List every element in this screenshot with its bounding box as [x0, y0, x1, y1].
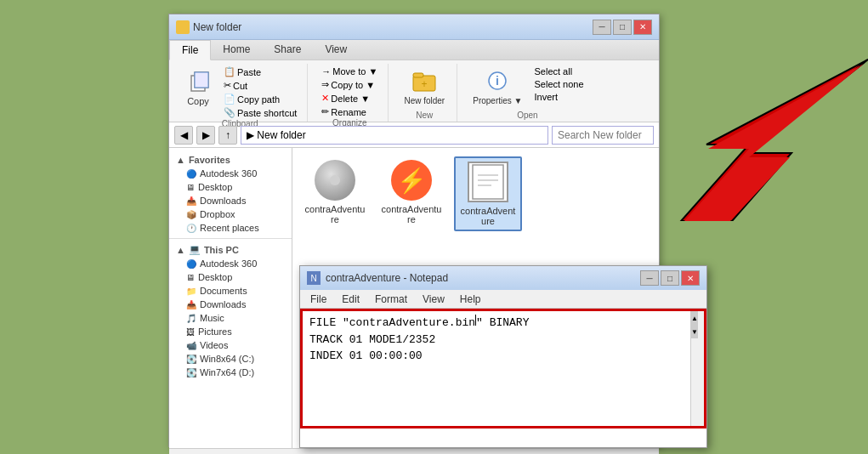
ribbon-group-open: i Properties ▼ Select all Select none — [461, 64, 593, 122]
cut-icon: ✂ — [224, 80, 231, 91]
delete-button[interactable]: ✕ Delete ▼ — [318, 92, 381, 105]
tab-file[interactable]: File — [169, 40, 211, 60]
notepad-menu-format[interactable]: Format — [368, 292, 414, 307]
paste-label: Paste — [237, 67, 261, 77]
pc-icon: 💻 — [189, 244, 201, 255]
ribbon: File Home Share View — [169, 40, 659, 122]
paste-shortcut-button[interactable]: 📎 Paste shortcut — [220, 106, 300, 119]
sidebar-item-drive-d[interactable]: 💽 Win7x64 (D:) — [169, 366, 292, 379]
scroll-down-button[interactable]: ▼ — [691, 325, 698, 338]
new-folder-icon: + — [411, 67, 438, 94]
notepad-menu-edit[interactable]: Edit — [335, 292, 366, 307]
pc-label: This PC — [204, 245, 239, 255]
sidebar-item-label: Desktop — [198, 182, 232, 192]
select-all-label: Select all — [534, 66, 572, 77]
file-item-cd[interactable]: contraAdventure — [301, 156, 369, 231]
copy-path-button[interactable]: 📄 Copy path — [220, 93, 300, 105]
select-all-button[interactable]: Select all — [530, 65, 587, 77]
maximize-button[interactable]: □ — [613, 20, 632, 35]
svg-rect-4 — [413, 73, 423, 77]
properties-button[interactable]: i Properties ▼ — [468, 65, 527, 107]
search-input[interactable] — [552, 126, 654, 145]
sidebar-item-label: Desktop — [198, 272, 232, 282]
notepad-controls: ─ □ ✕ — [640, 270, 700, 286]
title-bar-left: New folder — [176, 20, 241, 34]
copy-icon — [184, 67, 212, 94]
txt-icon — [468, 162, 508, 202]
file-item-txt[interactable]: contraAdventure — [454, 156, 522, 231]
sidebar-item-label: Downloads — [200, 196, 246, 206]
sidebar-item-dropbox[interactable]: 📦 Dropbox — [169, 207, 292, 221]
notepad-menu-file[interactable]: File — [304, 292, 333, 307]
title-controls: ─ □ ✕ — [593, 20, 652, 35]
notepad-menu: File Edit Format View Help — [300, 290, 706, 309]
text-line-1-end: " BINARY — [476, 315, 529, 332]
close-button[interactable]: ✕ — [633, 20, 652, 35]
text-line-1: FILE "contraAdventure.bin" BINARY — [309, 315, 684, 332]
notepad-menu-help[interactable]: Help — [453, 292, 488, 307]
sidebar-item-pictures[interactable]: 🖼 Pictures — [169, 325, 292, 338]
invert-button[interactable]: Invert — [530, 91, 587, 103]
notepad-menu-view[interactable]: View — [416, 292, 451, 307]
sidebar-item-label: Win7x64 (D:) — [200, 367, 254, 377]
text-line-3: INDEX 01 00:00:00 — [309, 348, 684, 365]
select-none-label: Select none — [534, 79, 583, 89]
paste-shortcut-icon: 📎 — [224, 107, 235, 118]
downloads-icon: 📥 — [186, 196, 196, 206]
sidebar-item-autodesk-pc[interactable]: 🔵 Autodesk 360 — [169, 257, 292, 270]
move-icon: → — [321, 66, 331, 77]
sidebar-item-downloads-fav[interactable]: 📥 Downloads — [169, 194, 292, 207]
pc-expand-icon: ▲ — [176, 245, 185, 255]
notepad-minimize[interactable]: ─ — [640, 270, 659, 286]
minimize-button[interactable]: ─ — [593, 20, 611, 35]
copy-to-button[interactable]: ⇒ Copy to ▼ — [318, 78, 381, 91]
sidebar-item-autodesk360-fav[interactable]: 🔵 Autodesk 360 — [169, 167, 292, 180]
sidebar-item-desktop-fav[interactable]: 🖥 Desktop — [169, 180, 292, 194]
drive-c-icon: 💽 — [186, 355, 196, 364]
paste-button[interactable]: 📋 Paste — [220, 65, 300, 78]
tab-home[interactable]: Home — [211, 40, 262, 60]
move-to-button[interactable]: → Move to ▼ — [318, 65, 381, 77]
forward-button[interactable]: ▶ — [196, 126, 215, 145]
explorer-title-bar: New folder ─ □ ✕ — [169, 14, 659, 40]
back-button[interactable]: ◀ — [174, 126, 193, 145]
scroll-up-button[interactable]: ▲ — [691, 311, 698, 325]
autodesk-icon: 🔵 — [186, 169, 196, 179]
rename-button[interactable]: ✏ Rename — [318, 105, 381, 118]
notepad-close[interactable]: ✕ — [681, 270, 700, 286]
file-item-lightning[interactable]: ⚡ contraAdventure — [377, 156, 445, 231]
sidebar: ▲ Favorites 🔵 Autodesk 360 🖥 Desktop 📥 D… — [169, 148, 292, 448]
sidebar-item-music[interactable]: 🎵 Music — [169, 311, 292, 325]
pictures-icon: 🖼 — [186, 327, 195, 337]
tab-share[interactable]: Share — [262, 40, 313, 60]
tab-view[interactable]: View — [313, 40, 359, 60]
sidebar-item-recent[interactable]: 🕐 Recent places — [169, 221, 292, 235]
select-none-button[interactable]: Select none — [530, 78, 587, 90]
new-folder-button[interactable]: + New folder — [399, 65, 450, 107]
ribbon-tabs: File Home Share View — [169, 40, 659, 60]
sidebar-item-drive-c[interactable]: 💽 Win8x64 (C:) — [169, 352, 292, 366]
file-item-txt-label: contraAdventure — [459, 206, 517, 226]
notepad-maximize[interactable]: □ — [661, 270, 679, 286]
cut-button[interactable]: ✂ Cut — [220, 79, 300, 92]
notepad-content-area: FILE "contraAdventure.bin" BINARY TRACK … — [300, 309, 706, 428]
sidebar-item-label: Downloads — [200, 299, 246, 309]
ribbon-content: Copy 📋 Paste ✂ Cut 📄 Copy p — [169, 60, 659, 122]
sidebar-item-downloads-pc[interactable]: 📥 Downloads — [169, 298, 292, 311]
drive-d-icon: 💽 — [186, 368, 196, 377]
notepad-scrollbar[interactable]: ▲ ▼ — [690, 311, 704, 426]
copy-button[interactable]: Copy — [179, 65, 217, 108]
notepad-text-area[interactable]: FILE "contraAdventure.bin" BINARY TRACK … — [303, 311, 690, 426]
sidebar-item-documents[interactable]: 📁 Documents — [169, 284, 292, 298]
svg-rect-8 — [473, 165, 503, 199]
rename-label: Rename — [331, 107, 366, 117]
up-button[interactable]: ↑ — [218, 126, 237, 145]
explorer-title: New folder — [193, 21, 241, 33]
text-line-2: TRACK 01 MODE1/2352 — [309, 332, 684, 349]
invert-label: Invert — [534, 92, 558, 102]
address-path[interactable]: ▶ New folder — [241, 126, 548, 145]
new-group-label: New — [416, 111, 433, 122]
clipboard-inner: Copy 📋 Paste ✂ Cut 📄 Copy p — [179, 65, 300, 119]
sidebar-item-desktop-pc[interactable]: 🖥 Desktop — [169, 270, 292, 284]
sidebar-item-videos[interactable]: 📹 Videos — [169, 338, 292, 352]
